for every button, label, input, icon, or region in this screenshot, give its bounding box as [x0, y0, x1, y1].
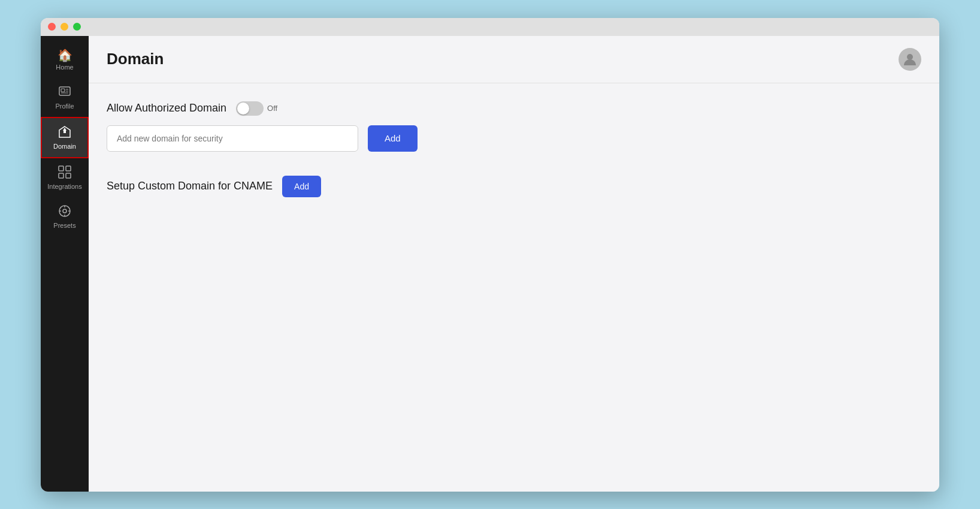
sidebar-item-presets[interactable]: Presets [41, 197, 89, 236]
toggle-label: Off [267, 104, 277, 113]
integrations-icon [58, 165, 71, 180]
page-title: Domain [107, 50, 164, 68]
svg-marker-6 [63, 128, 66, 131]
svg-rect-9 [66, 166, 71, 171]
presets-icon [58, 204, 71, 219]
authorized-domain-section: Allow Authorized Domain Off Add [107, 101, 921, 152]
svg-point-13 [63, 209, 66, 213]
sidebar-item-integrations-label: Integrations [47, 183, 81, 190]
header: Domain [89, 36, 939, 83]
main-content: Domain Allow Authorized Domain [89, 36, 939, 492]
domain-input[interactable] [107, 125, 358, 152]
titlebar [41, 18, 939, 36]
app-body: 🏠 Home Profile [41, 36, 939, 492]
sidebar-item-presets-label: Presets [53, 222, 75, 229]
add-cname-button[interactable]: Add [282, 176, 321, 197]
cname-section: Setup Custom Domain for CNAME Add [107, 176, 921, 197]
svg-rect-10 [59, 173, 63, 178]
home-icon: 🏠 [58, 49, 72, 61]
maximize-button[interactable] [73, 23, 81, 31]
cname-title: Setup Custom Domain for CNAME [107, 180, 273, 192]
toggle-knob [237, 103, 249, 115]
section-header: Allow Authorized Domain Off [107, 101, 921, 116]
sidebar-item-domain-label: Domain [53, 143, 76, 150]
svg-rect-11 [66, 173, 71, 178]
app-window: 🏠 Home Profile [41, 18, 939, 492]
content-area: Allow Authorized Domain Off Add [89, 83, 939, 492]
sidebar-item-home[interactable]: 🏠 Home [41, 42, 89, 78]
sidebar-item-home-label: Home [56, 64, 73, 71]
toggle-container: Off [236, 101, 277, 116]
domain-icon [58, 125, 71, 140]
profile-icon [58, 85, 71, 100]
avatar[interactable] [899, 48, 921, 71]
minimize-button[interactable] [61, 23, 68, 31]
svg-rect-8 [59, 166, 63, 171]
svg-point-18 [907, 54, 913, 60]
cname-row: Setup Custom Domain for CNAME Add [107, 176, 921, 197]
close-button[interactable] [48, 23, 56, 31]
svg-rect-1 [61, 89, 65, 92]
authorized-domain-title: Allow Authorized Domain [107, 102, 226, 115]
add-domain-button[interactable]: Add [368, 125, 418, 152]
sidebar-item-profile-label: Profile [55, 103, 74, 110]
sidebar-item-profile[interactable]: Profile [41, 78, 89, 117]
sidebar-item-domain[interactable]: Domain [41, 117, 89, 158]
sidebar-item-integrations[interactable]: Integrations [41, 158, 89, 197]
domain-input-row: Add [107, 125, 921, 152]
svg-rect-7 [63, 131, 66, 133]
authorized-domain-toggle[interactable] [236, 101, 264, 116]
sidebar: 🏠 Home Profile [41, 36, 89, 492]
